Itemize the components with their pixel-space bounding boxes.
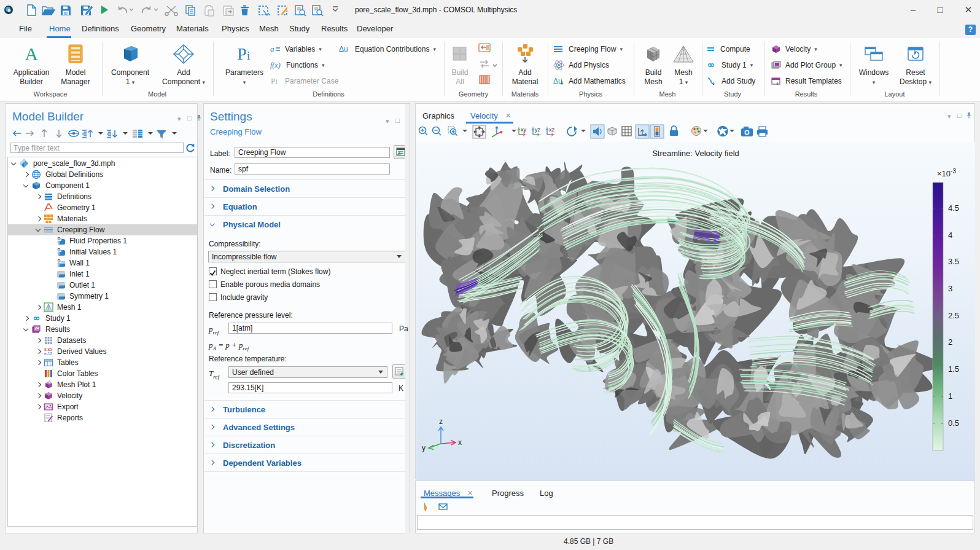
svg-text:Pi: Pi xyxy=(271,77,278,85)
svg-text:3: 3 xyxy=(948,284,952,293)
svg-text:3.5: 3.5 xyxy=(948,257,959,266)
svg-text:D: D xyxy=(58,259,61,263)
svg-text:4.5: 4.5 xyxy=(948,203,959,213)
svg-text:2.5: 2.5 xyxy=(948,311,959,320)
svg-text:e-12: e-12 xyxy=(44,352,52,356)
svg-text:×10-3: ×10-3 xyxy=(937,168,956,178)
svg-text:xz: xz xyxy=(549,127,555,133)
svg-text:8.85: 8.85 xyxy=(44,347,52,352)
svg-text:2: 2 xyxy=(948,337,952,347)
svg-text:Δu: Δu xyxy=(339,45,348,53)
svg-text:i: i xyxy=(247,49,250,62)
svg-text:1: 1 xyxy=(948,391,952,401)
svg-text:D: D xyxy=(58,248,61,252)
svg-text:0.5: 0.5 xyxy=(948,418,959,428)
svg-text:xy: xy xyxy=(521,127,527,133)
svg-text:a: a xyxy=(270,45,274,53)
svg-text:4: 4 xyxy=(948,230,952,240)
svg-text:A: A xyxy=(25,44,38,64)
svg-text:z: z xyxy=(439,417,443,426)
svg-text:1.5: 1.5 xyxy=(948,364,959,374)
svg-text:yz: yz xyxy=(535,127,541,133)
svg-text:f(x): f(x) xyxy=(270,61,281,69)
svg-text:y: y xyxy=(422,444,426,452)
svg-text:x: x xyxy=(458,438,462,447)
svg-text:Δu: Δu xyxy=(553,77,562,85)
svg-text:D: D xyxy=(58,237,61,241)
svg-text:P: P xyxy=(237,44,247,63)
